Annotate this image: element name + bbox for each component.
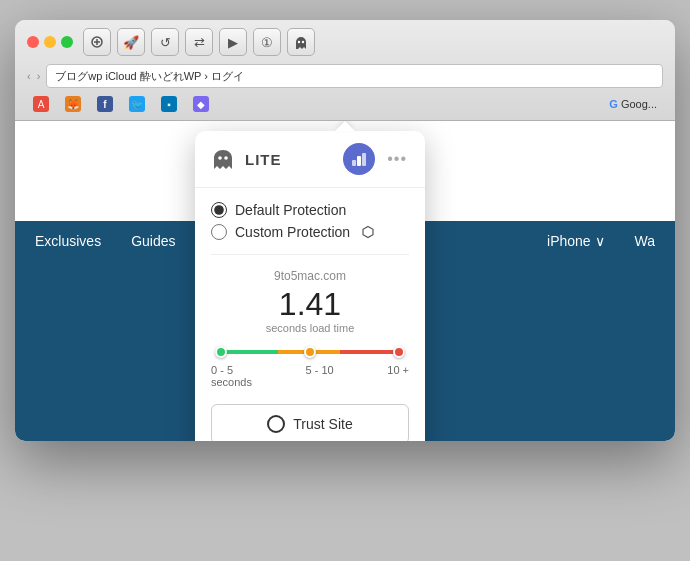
title-bar: 🚀 ↺ ⇄ ▶ ① ‹ › ブログwp iCloud 酔いどれWP › ログイ — [15, 20, 675, 121]
bookmark-icon-li: ▪ — [161, 96, 177, 112]
svg-point-3 — [218, 156, 222, 160]
popup-arrow — [335, 121, 355, 131]
trust-btn-label: Trust Site — [293, 416, 352, 432]
forward-arrow[interactable]: › — [37, 70, 41, 82]
speed-dot-slow — [393, 346, 405, 358]
custom-protection-label: Custom Protection — [235, 224, 350, 240]
bookmark-google-label: Goog... — [621, 98, 657, 110]
url-bar-row: ‹ › ブログwp iCloud 酔いどれWP › ログイ — [27, 64, 663, 94]
toolbar-row: 🚀 ↺ ⇄ ▶ ① — [27, 28, 663, 64]
nav-exclusives[interactable]: Exclusives — [35, 233, 101, 249]
back-arrow[interactable]: ‹ — [27, 70, 31, 82]
pin-btn[interactable]: 🚀 — [117, 28, 145, 56]
popup-container: LITE ••• — [195, 131, 425, 441]
nav-iphone[interactable]: iPhone ∨ — [547, 233, 604, 249]
load-time-label: seconds load time — [211, 322, 409, 334]
svg-rect-7 — [362, 153, 366, 166]
default-protection-label: Default Protection — [235, 202, 346, 218]
speed-unit: seconds — [211, 376, 252, 388]
svg-point-4 — [224, 156, 228, 160]
speed-dot-fast — [215, 346, 227, 358]
popup-more-btn[interactable]: ••• — [383, 150, 411, 168]
site-content: 9TO5M Exclusives Guides iPhone ∨ Wa — [15, 121, 675, 441]
bookmark-google[interactable]: G Goog... — [603, 96, 663, 112]
speed-dot-medium — [304, 346, 316, 358]
url-text: ブログwp iCloud 酔いどれWP › ログイ — [55, 69, 244, 84]
speed-label-0-5: 0 - 5 seconds — [211, 364, 252, 388]
domain-label: 9to5mac.com — [211, 269, 409, 283]
svg-rect-6 — [357, 156, 361, 166]
ghostery-toolbar-btn[interactable] — [287, 28, 315, 56]
browser-window: 🚀 ↺ ⇄ ▶ ① ‹ › ブログwp iCloud 酔いどれWP › ログイ — [15, 20, 675, 441]
speed-labels: 0 - 5 seconds 5 - 10 10 + — [211, 364, 409, 388]
bookmark-icon-tw: 🐦 — [129, 96, 145, 112]
custom-protection-option[interactable]: Custom Protection — [211, 224, 409, 240]
ghostery-popup: LITE ••• — [195, 121, 425, 441]
trust-icon — [267, 415, 285, 433]
reload-btn[interactable]: ↺ — [151, 28, 179, 56]
protection-options: Default Protection Custom Protection — [211, 202, 409, 240]
popup-title: LITE — [245, 151, 335, 168]
nav-wa[interactable]: Wa — [635, 233, 655, 249]
divider — [211, 254, 409, 255]
password-btn[interactable]: ① — [253, 28, 281, 56]
speed-label-10-plus: 10 + — [387, 364, 409, 388]
svg-point-2 — [302, 41, 304, 43]
bookmark-fox[interactable]: 🦊 — [59, 94, 87, 114]
back-fwd-btn[interactable]: ⇄ — [185, 28, 213, 56]
speed-dots — [215, 346, 405, 358]
bookmark-icon-fb: f — [97, 96, 113, 112]
bookmark-a[interactable]: A — [27, 94, 55, 114]
default-protection-option[interactable]: Default Protection — [211, 202, 409, 218]
traffic-lights — [27, 36, 73, 48]
minimize-btn[interactable] — [44, 36, 56, 48]
maximize-btn[interactable] — [61, 36, 73, 48]
speed-range-0-5: 0 - 5 — [211, 364, 252, 376]
bookmark-fb[interactable]: f — [91, 94, 119, 114]
nav-guides[interactable]: Guides — [131, 233, 175, 249]
load-time-value: 1.41 — [211, 287, 409, 322]
svg-rect-5 — [352, 160, 356, 166]
default-protection-radio[interactable] — [211, 202, 227, 218]
bookmarks-row: A 🦊 f 🐦 ▪ ◆ G Goog... — [27, 94, 663, 120]
url-bar[interactable]: ブログwp iCloud 酔いどれWP › ログイ — [46, 64, 663, 88]
popup-stats-btn[interactable] — [343, 143, 375, 175]
ghostery-icon — [292, 33, 310, 51]
popup-body: Default Protection Custom Protection — [195, 188, 425, 441]
bookmark-li[interactable]: ▪ — [155, 94, 183, 114]
trust-site-button[interactable]: Trust Site — [211, 404, 409, 441]
close-btn[interactable] — [27, 36, 39, 48]
bookmark-icon-a: A — [33, 96, 49, 112]
svg-point-1 — [298, 41, 300, 43]
stats-icon — [350, 150, 368, 168]
extensions-btn[interactable] — [83, 28, 111, 56]
bookmark-icon-ext: ◆ — [193, 96, 209, 112]
speed-label-5-10: 5 - 10 — [306, 364, 334, 388]
speed-bar — [215, 350, 405, 354]
bookmark-tw[interactable]: 🐦 — [123, 94, 151, 114]
bookmark-ext[interactable]: ◆ — [187, 94, 215, 114]
bookmark-icon-fox: 🦊 — [65, 96, 81, 112]
ghost-logo-icon — [209, 145, 237, 173]
custom-protection-radio[interactable] — [211, 224, 227, 240]
hexagon-icon — [361, 225, 375, 239]
bookmark-icon-g: G — [609, 98, 618, 110]
reader-btn[interactable]: ▶ — [219, 28, 247, 56]
popup-header: LITE ••• — [195, 131, 425, 188]
